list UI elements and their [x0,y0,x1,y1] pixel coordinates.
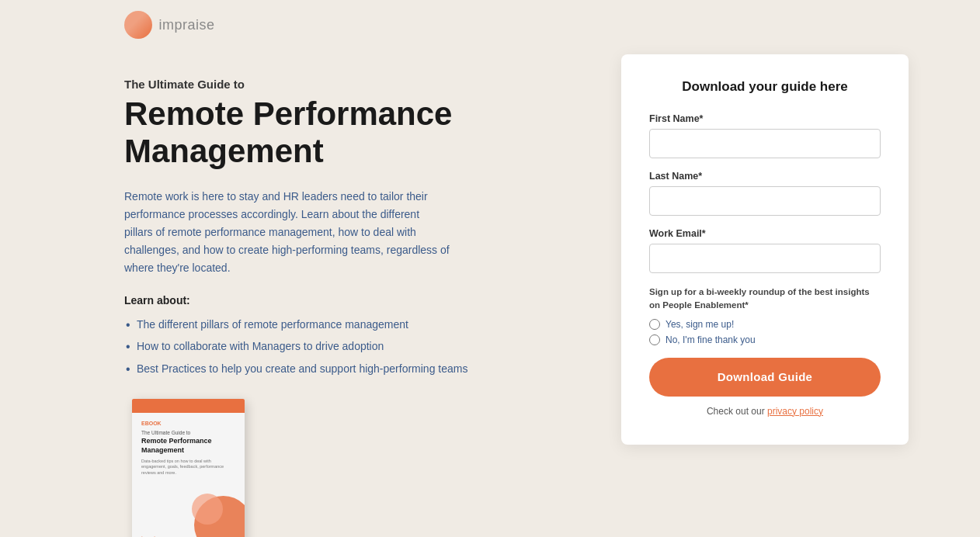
privacy-text: Check out our privacy policy [649,406,881,417]
last-name-label: Last Name* [649,171,881,182]
signup-label: Sign up for a bi-weekly roundup of the b… [649,286,881,313]
radio-yes-label[interactable]: Yes, sign me up! [665,319,734,330]
download-guide-button[interactable]: Download Guide [649,358,881,397]
book-content-area: ebook The Ultimate Guide to Remote Perfo… [132,413,245,476]
book-guide-label: The Ultimate Guide to [141,430,235,435]
book-title-text: Remote Performance Management [141,437,235,455]
list-item: How to collaborate with Managers to driv… [124,338,575,355]
main-title: Remote Performance Management [124,95,575,171]
last-name-group: Last Name* [649,171,881,216]
radio-yes-input[interactable] [649,319,660,330]
logo-text: impraise [158,17,214,33]
radio-no-input[interactable] [649,334,660,345]
list-item: Best Practices to help you create and su… [124,360,575,377]
book-top-bar [132,399,245,413]
logo-icon [124,11,152,39]
learn-about-label: Learn about: [124,294,575,307]
last-name-input[interactable] [649,186,881,216]
book-ebook-label: ebook [141,421,235,426]
radio-yes-option: Yes, sign me up! [649,319,881,330]
right-panel: Download your guide here First Name* Las… [621,54,909,445]
book-desc-text: Data-backed tips on how to deal with eng… [141,459,235,476]
bullet-list: The different pillars of remote performa… [124,316,575,377]
first-name-group: First Name* [649,113,881,158]
work-email-label: Work Email* [649,228,881,239]
first-name-input[interactable] [649,129,881,158]
book-cover: ebook The Ultimate Guide to Remote Perfo… [132,399,245,537]
signup-section: Sign up for a bi-weekly roundup of the b… [649,286,881,345]
description: Remote work is here to stay and HR leade… [124,188,450,277]
privacy-policy-link[interactable]: privacy policy [767,406,823,417]
work-email-group: Work Email* [649,228,881,273]
radio-no-label[interactable]: No, I'm fine thank you [665,334,756,345]
work-email-input[interactable] [649,244,881,273]
form-title: Download your guide here [649,79,881,95]
radio-no-option: No, I'm fine thank you [649,334,881,345]
logo-area: impraise [124,12,214,40]
page-wrapper: The Ultimate Guide to Remote Performance… [0,0,980,537]
left-content: The Ultimate Guide to Remote Performance… [124,31,575,537]
book-circle-small [192,494,223,525]
first-name-label: First Name* [649,113,881,124]
subtitle: The Ultimate Guide to [124,78,575,91]
list-item: The different pillars of remote performa… [124,316,575,333]
